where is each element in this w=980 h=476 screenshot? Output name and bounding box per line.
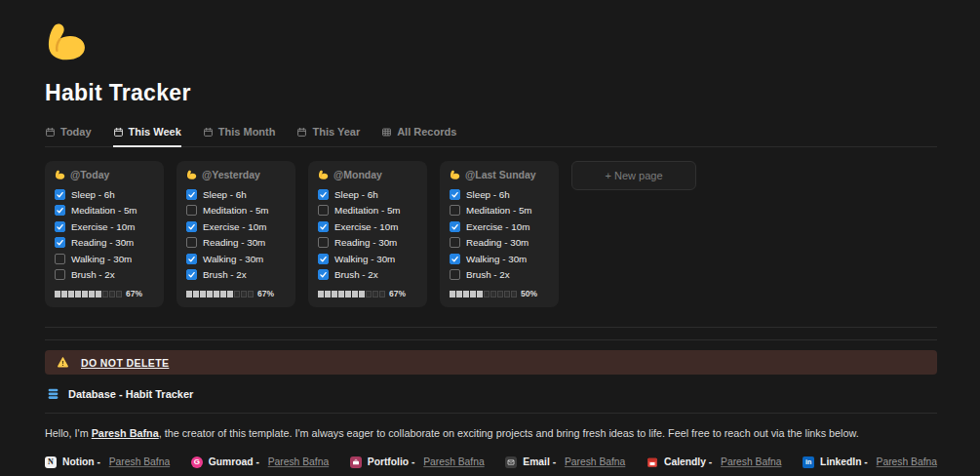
creator-name-link[interactable]: Paresh Bafna: [92, 427, 159, 439]
tab-this-week[interactable]: This Week: [113, 126, 181, 147]
checkbox[interactable]: [55, 237, 65, 248]
checkbox[interactable]: [55, 205, 65, 216]
checkbox[interactable]: [318, 189, 329, 200]
checkbox[interactable]: [318, 205, 329, 216]
database-label: Database - Habit Tracker: [68, 388, 193, 400]
link-platform: Email -: [523, 456, 559, 467]
habit-label: Meditation - 5m: [71, 205, 137, 216]
checkbox[interactable]: [450, 269, 460, 280]
progress-segment: [477, 291, 483, 298]
link-email[interactable]: Email - Paresh Bafna: [505, 456, 625, 468]
habit-label: Walking - 30m: [203, 254, 263, 264]
progress-segments: [186, 291, 254, 298]
link-name[interactable]: Paresh Bafna: [268, 456, 329, 467]
link-platform: Calendly -: [664, 456, 715, 467]
progress-bar: 67%: [55, 289, 154, 298]
habit-card[interactable]: @Last SundaySleep - 6hMeditation - 5mExe…: [440, 161, 559, 307]
checkbox[interactable]: [55, 254, 65, 264]
checkbox[interactable]: [186, 269, 197, 280]
checkbox[interactable]: [186, 205, 197, 216]
link-name[interactable]: Paresh Bafna: [423, 456, 484, 467]
link-linkedin[interactable]: inLinkedIn - Paresh Bafna: [803, 456, 937, 468]
link-calendly[interactable]: Calendly - Paresh Bafna: [647, 456, 781, 468]
habit-label: Brush - 2x: [466, 269, 510, 280]
checkbox[interactable]: [55, 221, 65, 232]
habit-item: Exercise - 10m: [450, 218, 549, 235]
link-name[interactable]: Paresh Bafna: [877, 456, 937, 467]
progress-segment: [102, 291, 108, 298]
database-link[interactable]: Database - Habit Tracker: [45, 382, 195, 405]
check-icon: [187, 190, 196, 199]
notion-icon: N: [45, 456, 57, 468]
page-title: Habit Tracker: [45, 80, 937, 106]
link-gumroad[interactable]: GGumroad - Paresh Bafna: [191, 456, 329, 468]
habit-label: Meditation - 5m: [466, 205, 532, 216]
checkbox[interactable]: [450, 237, 460, 248]
progress-segment: [89, 291, 95, 298]
link-name[interactable]: Paresh Bafna: [109, 456, 170, 467]
intro-after: , the creator of this template. I'm alwa…: [159, 427, 859, 439]
habit-card[interactable]: @TodaySleep - 6hMeditation - 5mExercise …: [45, 161, 164, 307]
new-page-button[interactable]: + New page: [571, 161, 696, 190]
progress-segments: [318, 291, 385, 298]
tab-this-year[interactable]: This Year: [296, 126, 360, 147]
progress-segment: [450, 291, 455, 298]
gumroad-icon: G: [191, 456, 203, 468]
progress-segment: [248, 291, 254, 298]
checkbox[interactable]: [450, 189, 460, 200]
check-icon: [451, 190, 459, 199]
checkbox[interactable]: [318, 221, 329, 232]
link-portfolio[interactable]: Portfolio - Paresh Bafna: [350, 456, 485, 468]
checkbox[interactable]: [450, 254, 460, 264]
checkbox[interactable]: [318, 237, 329, 248]
progress-segment: [338, 291, 344, 298]
link-name[interactable]: Paresh Bafna: [721, 456, 781, 467]
habit-label: Exercise - 10m: [466, 221, 529, 232]
link-notion[interactable]: NNotion - Paresh Bafna: [45, 456, 170, 468]
checkbox[interactable]: [318, 269, 329, 280]
checkbox[interactable]: [450, 205, 460, 216]
checkbox[interactable]: [186, 189, 197, 200]
habit-label: Walking - 30m: [334, 254, 395, 264]
progress-segment: [68, 291, 74, 298]
intro-text: Hello, I'm Paresh Bafna, the creator of …: [45, 426, 937, 442]
checkbox[interactable]: [186, 237, 197, 248]
checkbox[interactable]: [186, 221, 197, 232]
habit-item: Exercise - 10m: [55, 218, 154, 235]
muscle-emoji: [186, 170, 197, 180]
checkbox[interactable]: [55, 269, 65, 280]
habit-label: Meditation - 5m: [334, 205, 401, 216]
email-icon: [505, 456, 517, 468]
card-header: @Monday: [318, 169, 417, 180]
habit-card[interactable]: @YesterdaySleep - 6hMeditation - 5mExerc…: [176, 161, 295, 307]
database-icon: [47, 387, 59, 400]
progress-segment: [352, 291, 358, 298]
habit-label: Exercise - 10m: [71, 221, 135, 232]
portfolio-icon: [350, 456, 362, 468]
habit-item: Brush - 2x: [55, 267, 154, 284]
habit-item: Sleep - 6h: [55, 186, 154, 203]
habit-label: Sleep - 6h: [71, 189, 115, 200]
progress-segment: [366, 291, 372, 298]
tab-today[interactable]: Today: [45, 126, 92, 147]
checkbox[interactable]: [318, 254, 329, 264]
divider: [45, 413, 937, 414]
progress-segment: [220, 291, 226, 298]
checkbox[interactable]: [55, 189, 65, 200]
tab-all-records[interactable]: All Records: [381, 126, 456, 147]
habit-label: Exercise - 10m: [203, 221, 266, 232]
link-platform: Portfolio -: [368, 456, 417, 467]
warning-icon: [57, 356, 69, 369]
page-content: Habit Tracker TodayThis WeekThis MonthTh…: [45, 0, 937, 476]
link-name[interactable]: Paresh Bafna: [565, 456, 625, 467]
checkbox[interactable]: [450, 221, 460, 232]
habit-label: Reading - 30m: [334, 237, 397, 248]
progress-segment: [96, 291, 101, 298]
intro-before: Hello, I'm: [45, 427, 92, 439]
checkbox[interactable]: [186, 254, 197, 264]
check-icon: [451, 222, 459, 231]
habit-label: Sleep - 6h: [334, 189, 378, 200]
habit-card[interactable]: @MondaySleep - 6hMeditation - 5mExercise…: [308, 161, 427, 307]
tab-this-month[interactable]: This Month: [203, 126, 276, 147]
progress-segment: [325, 291, 331, 298]
